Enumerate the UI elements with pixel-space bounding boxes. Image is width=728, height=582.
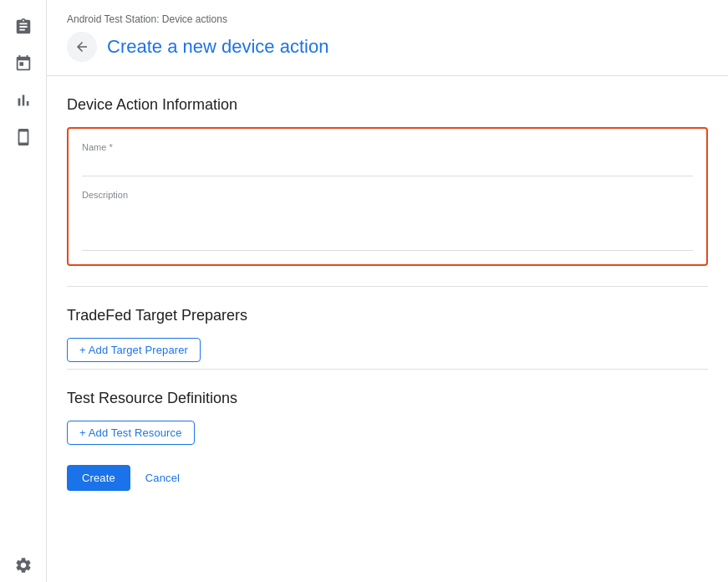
action-buttons: Create Cancel bbox=[67, 465, 708, 491]
page-title-row: Create a new device action bbox=[67, 32, 708, 62]
test-resource-section: Test Resource Definitions + Add Test Res… bbox=[67, 390, 708, 445]
sidebar bbox=[0, 0, 47, 582]
field-group: Name * Description bbox=[82, 142, 693, 251]
tradefed-section-title: TradeFed Target Preparers bbox=[67, 307, 708, 324]
main-content: Android Test Station: Device actions Cre… bbox=[47, 0, 728, 582]
sidebar-item-devices[interactable] bbox=[7, 120, 40, 154]
sidebar-item-tasks[interactable] bbox=[7, 10, 40, 43]
device-action-form-box: Name * Description bbox=[67, 127, 708, 266]
breadcrumb: Android Test Station: Device actions bbox=[67, 13, 708, 25]
create-button[interactable]: Create bbox=[67, 465, 130, 491]
test-resource-section-title: Test Resource Definitions bbox=[67, 390, 708, 407]
page-title: Create a new device action bbox=[107, 36, 328, 58]
sidebar-item-settings[interactable] bbox=[7, 549, 40, 582]
sidebar-item-calendar[interactable] bbox=[7, 47, 40, 80]
name-input[interactable] bbox=[82, 156, 693, 176]
sidebar-item-analytics[interactable] bbox=[7, 84, 40, 117]
name-field-wrapper: Name * bbox=[82, 142, 693, 176]
description-field-wrapper: Description bbox=[82, 190, 693, 251]
section-divider-2 bbox=[67, 369, 708, 370]
device-action-section: Device Action Information Name * Descrip… bbox=[67, 96, 708, 266]
back-button[interactable] bbox=[67, 32, 97, 62]
cancel-button[interactable]: Cancel bbox=[137, 465, 188, 491]
tradefed-section: TradeFed Target Preparers + Add Target P… bbox=[67, 307, 708, 362]
device-action-section-title: Device Action Information bbox=[67, 96, 708, 114]
description-label: Description bbox=[82, 190, 693, 200]
name-label: Name * bbox=[82, 142, 693, 152]
description-input[interactable] bbox=[82, 203, 693, 251]
section-divider-1 bbox=[67, 286, 708, 287]
content-area: Device Action Information Name * Descrip… bbox=[47, 76, 728, 511]
add-target-preparer-button[interactable]: + Add Target Preparer bbox=[67, 338, 201, 362]
page-header: Android Test Station: Device actions Cre… bbox=[47, 0, 728, 75]
add-test-resource-button[interactable]: + Add Test Resource bbox=[67, 421, 195, 445]
